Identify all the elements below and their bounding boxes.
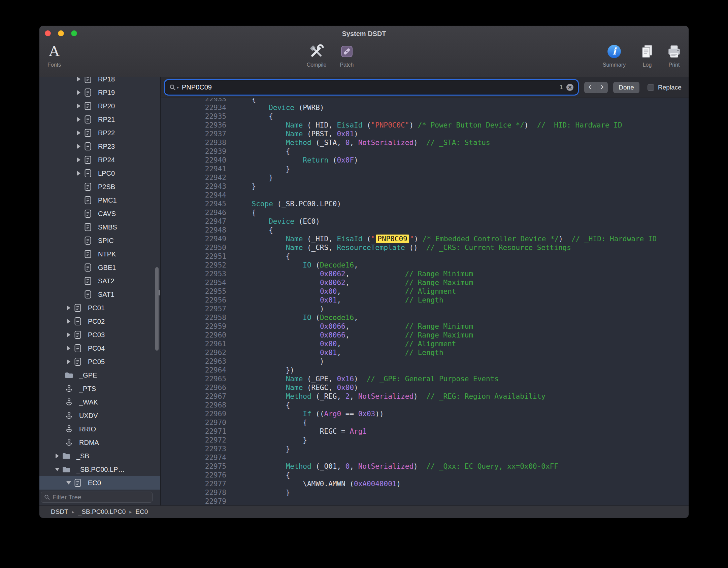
sidebar-item-label: _GPE xyxy=(79,371,97,379)
disclosure-right-icon[interactable] xyxy=(74,131,83,135)
breadcrumb-item-dsdt[interactable]: DSDT xyxy=(51,508,68,516)
done-button[interactable]: Done xyxy=(613,82,639,93)
sidebar-item-cavs[interactable]: CAVS xyxy=(39,207,160,220)
sidebar-item-rp19[interactable]: RP19 xyxy=(39,86,160,99)
sidebar-item-p2sb[interactable]: P2SB xyxy=(39,180,160,193)
disclosure-right-icon[interactable] xyxy=(74,90,83,95)
sidebar-item-rp22[interactable]: RP22 xyxy=(39,126,160,140)
sidebar-item--gpe[interactable]: _GPE xyxy=(39,368,160,382)
sidebar-item-pc01[interactable]: PC01 xyxy=(39,301,160,315)
filter-tree-field[interactable]: Filter Tree xyxy=(41,492,153,503)
log-label: Log xyxy=(643,62,652,68)
sidebar-item-rp18[interactable]: RP18 xyxy=(39,77,160,86)
sidebar-item-pc02[interactable]: PC02 xyxy=(39,315,160,328)
sidebar-item-label: PC01 xyxy=(88,304,105,312)
sidebar-item-label: PC02 xyxy=(88,318,105,325)
disclosure-right-icon[interactable] xyxy=(74,171,83,176)
code-line-content: IO (Decode16, xyxy=(226,314,358,322)
sidebar-item-pmc1[interactable]: PMC1 xyxy=(39,193,160,207)
code-editor[interactable]: 22933 {22934 Device (PWRB)22935 {22936 N… xyxy=(161,98,689,506)
sidebar-item-sat1[interactable]: SAT1 xyxy=(39,288,160,301)
replace-checkbox[interactable] xyxy=(648,84,654,91)
search-match-highlight: PNP0C09 xyxy=(376,235,409,243)
doc-icon xyxy=(83,222,93,232)
sidebar-item-rrio[interactable]: RRIO xyxy=(39,422,160,436)
code-line: 22979 xyxy=(161,497,689,506)
line-number: 22941 xyxy=(161,165,226,173)
search-icon xyxy=(44,494,50,500)
disclosure-right-icon[interactable] xyxy=(74,144,83,149)
fonts-button[interactable]: A Fonts xyxy=(41,41,68,68)
disclosure-right-icon[interactable] xyxy=(64,332,73,337)
code-line-content: IO (Decode16, xyxy=(226,261,358,269)
code-line-content: } xyxy=(226,445,290,453)
replace-toggle[interactable]: Replace xyxy=(648,84,682,91)
next-match-button[interactable]: › xyxy=(596,82,608,93)
sidebar-item-rdma[interactable]: RDMA xyxy=(39,436,160,449)
sidebar-item-sat2[interactable]: SAT2 xyxy=(39,274,160,288)
sidebar-item-ntpk[interactable]: NTPK xyxy=(39,247,160,261)
line-number: 22958 xyxy=(161,314,226,322)
clear-search-icon[interactable]: ✕ xyxy=(566,84,573,91)
summary-button[interactable]: i Summary xyxy=(597,41,631,68)
line-number: 22948 xyxy=(161,226,226,234)
disclosure-right-icon[interactable] xyxy=(64,319,73,324)
sidebar-item-lpc0[interactable]: LPC0 xyxy=(39,167,160,180)
sidebar-item-label: PC04 xyxy=(88,345,105,352)
sidebar-item-label: GBE1 xyxy=(98,264,116,272)
disclosure-right-icon[interactable] xyxy=(64,359,73,364)
disclosure-right-icon[interactable] xyxy=(64,306,73,310)
sidebar-item-pc05[interactable]: PC05 xyxy=(39,355,160,368)
code-line: 22942 } xyxy=(161,173,689,182)
method-icon xyxy=(64,384,74,393)
disclosure-down-icon[interactable] xyxy=(64,481,73,485)
sidebar-item-uxdv[interactable]: UXDV xyxy=(39,409,160,422)
code-line: 22954 0x0062, // Range Maximum xyxy=(161,278,689,287)
disclosure-right-icon[interactable] xyxy=(74,77,83,81)
code-line: 22934 Device (PWRB) xyxy=(161,103,689,112)
sidebar-item-label: SAT2 xyxy=(98,277,114,285)
sidebar-item-gbe1[interactable]: GBE1 xyxy=(39,261,160,274)
sidebar-item-pc03[interactable]: PC03 xyxy=(39,328,160,342)
code-line: 22941 } xyxy=(161,165,689,173)
code-line: 22944 xyxy=(161,191,689,200)
code-line-content: 0x0062, // Range Minimum xyxy=(226,270,473,278)
sidebar-item-rp20[interactable]: RP20 xyxy=(39,99,160,113)
code-line: 22958 IO (Decode16, xyxy=(161,313,689,322)
doc-icon xyxy=(83,142,93,151)
log-button[interactable]: Log xyxy=(633,41,661,68)
code-line-content: If ((Arg0 == 0x03)) xyxy=(226,410,384,418)
disclosure-right-icon[interactable] xyxy=(53,454,62,458)
code-line: 22937 Name (PBST, 0x01) xyxy=(161,130,689,138)
sidebar-item-smbs[interactable]: SMBS xyxy=(39,220,160,234)
sidebar-item-spic[interactable]: SPIC xyxy=(39,234,160,247)
disclosure-right-icon[interactable] xyxy=(74,117,83,122)
search-input[interactable]: ▾ PNP0C09 1 ✕ xyxy=(165,80,577,94)
line-number: 22974 xyxy=(161,454,226,462)
sidebar-item--sb-pc00-lp-[interactable]: _SB.PC00.LP… xyxy=(39,463,160,476)
code-line-content: Name (_GPE, 0x16) // _GPE: General Purpo… xyxy=(226,375,499,383)
sidebar-item--wak[interactable]: _WAK xyxy=(39,395,160,409)
previous-match-button[interactable]: ‹ xyxy=(584,82,596,93)
disclosure-right-icon[interactable] xyxy=(64,346,73,351)
compile-button[interactable]: Compile xyxy=(296,41,337,68)
disclosure-right-icon[interactable] xyxy=(74,157,83,162)
pane-splitter-handle[interactable] xyxy=(159,290,160,295)
breadcrumb-item-ec0[interactable]: EC0 xyxy=(135,508,148,516)
sidebar-item--pts[interactable]: _PTS xyxy=(39,382,160,395)
sidebar-item-ec0[interactable]: EC0 xyxy=(39,476,160,490)
patch-button[interactable]: Patch xyxy=(332,41,362,68)
method-icon xyxy=(64,424,74,434)
search-scope-chevron-icon[interactable]: ▾ xyxy=(177,85,179,90)
disclosure-right-icon[interactable] xyxy=(74,104,83,108)
sidebar-item-rp23[interactable]: RP23 xyxy=(39,140,160,153)
print-button[interactable]: Print xyxy=(660,41,688,68)
breadcrumb-item--sb-pc00-lpc0[interactable]: _SB.PC00.LPC0 xyxy=(78,508,126,516)
sidebar-item-rp21[interactable]: RP21 xyxy=(39,113,160,126)
sidebar-item--sb[interactable]: _SB xyxy=(39,449,160,463)
sidebar-item-rp24[interactable]: RP24 xyxy=(39,153,160,167)
disclosure-down-icon[interactable] xyxy=(53,468,62,471)
line-number: 22968 xyxy=(161,401,226,409)
sidebar-item-pc04[interactable]: PC04 xyxy=(39,342,160,355)
sidebar-scrollbar[interactable] xyxy=(155,267,159,351)
